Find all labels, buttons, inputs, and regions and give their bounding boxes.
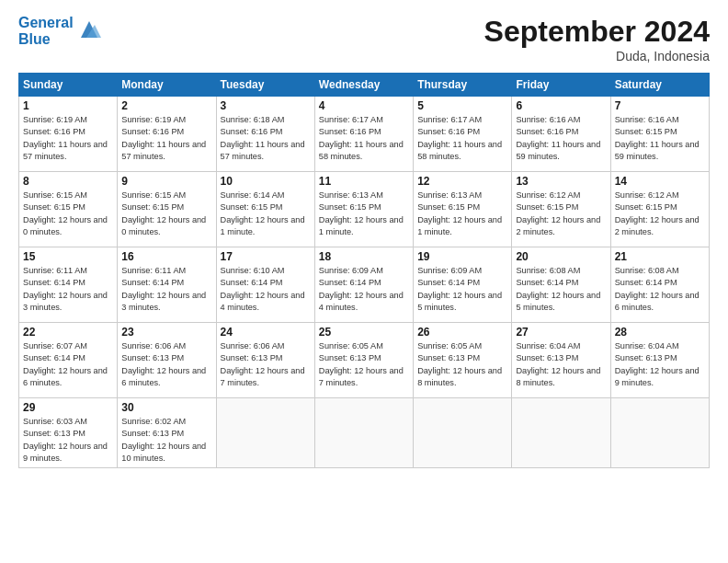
header-wednesday: Wednesday: [314, 74, 413, 97]
calendar-table: Sunday Monday Tuesday Wednesday Thursday…: [18, 73, 710, 468]
day-info: Sunrise: 6:17 AM Sunset: 6:16 PM Dayligh…: [319, 114, 409, 163]
day-info: Sunrise: 6:05 AM Sunset: 6:13 PM Dayligh…: [319, 340, 409, 389]
table-row: 13 Sunrise: 6:12 AM Sunset: 6:15 PM Dayl…: [512, 172, 610, 247]
day-info: Sunrise: 6:09 AM Sunset: 6:14 PM Dayligh…: [417, 265, 507, 314]
table-row: 29 Sunrise: 6:03 AM Sunset: 6:13 PM Dayl…: [19, 398, 118, 468]
day-info: Sunrise: 6:15 AM Sunset: 6:15 PM Dayligh…: [23, 190, 113, 238]
day-info: Sunrise: 6:13 AM Sunset: 6:15 PM Dayligh…: [417, 190, 507, 238]
day-number: 19: [417, 250, 507, 263]
day-number: 21: [615, 250, 705, 263]
table-row: 4 Sunrise: 6:17 AM Sunset: 6:16 PM Dayli…: [314, 97, 413, 172]
table-row: 19 Sunrise: 6:09 AM Sunset: 6:14 PM Dayl…: [414, 247, 512, 323]
day-info: Sunrise: 6:13 AM Sunset: 6:15 PM Dayligh…: [319, 190, 409, 238]
table-row: 11 Sunrise: 6:13 AM Sunset: 6:15 PM Dayl…: [314, 172, 413, 247]
logo-icon: [77, 17, 101, 41]
day-number: 30: [121, 401, 211, 414]
table-row: 22 Sunrise: 6:07 AM Sunset: 6:14 PM Dayl…: [19, 323, 118, 398]
header: General Blue September 2024 Duda, Indone…: [18, 15, 710, 63]
table-row: 16 Sunrise: 6:11 AM Sunset: 6:14 PM Dayl…: [118, 247, 216, 323]
table-row: 23 Sunrise: 6:06 AM Sunset: 6:13 PM Dayl…: [118, 323, 216, 398]
table-row: 10 Sunrise: 6:14 AM Sunset: 6:15 PM Dayl…: [216, 172, 314, 247]
day-info: Sunrise: 6:04 AM Sunset: 6:13 PM Dayligh…: [516, 340, 606, 389]
day-number: 23: [121, 326, 211, 339]
day-info: Sunrise: 6:15 AM Sunset: 6:15 PM Dayligh…: [121, 190, 211, 238]
day-info: Sunrise: 6:05 AM Sunset: 6:13 PM Dayligh…: [417, 340, 507, 389]
day-number: 7: [615, 99, 705, 112]
table-row: 18 Sunrise: 6:09 AM Sunset: 6:14 PM Dayl…: [314, 247, 413, 323]
header-thursday: Thursday: [414, 74, 512, 97]
table-row: [314, 398, 413, 468]
day-number: 9: [121, 175, 211, 188]
day-number: 17: [221, 250, 311, 263]
table-row: 6 Sunrise: 6:16 AM Sunset: 6:16 PM Dayli…: [512, 97, 610, 172]
day-number: 11: [319, 175, 409, 188]
day-info: Sunrise: 6:18 AM Sunset: 6:16 PM Dayligh…: [221, 114, 311, 163]
day-info: Sunrise: 6:04 AM Sunset: 6:13 PM Dayligh…: [615, 340, 705, 389]
location: Duda, Indonesia: [484, 49, 710, 63]
day-info: Sunrise: 6:16 AM Sunset: 6:16 PM Dayligh…: [516, 114, 606, 163]
table-row: 21 Sunrise: 6:08 AM Sunset: 6:14 PM Dayl…: [610, 247, 709, 323]
header-sunday: Sunday: [19, 74, 118, 97]
table-row: 2 Sunrise: 6:19 AM Sunset: 6:16 PM Dayli…: [118, 97, 216, 172]
table-row: 28 Sunrise: 6:04 AM Sunset: 6:13 PM Dayl…: [610, 323, 709, 398]
logo-text2: Blue: [18, 31, 74, 48]
day-info: Sunrise: 6:12 AM Sunset: 6:15 PM Dayligh…: [615, 190, 705, 238]
title-block: September 2024 Duda, Indonesia: [484, 15, 710, 63]
table-row: 24 Sunrise: 6:06 AM Sunset: 6:13 PM Dayl…: [216, 323, 314, 398]
header-saturday: Saturday: [610, 74, 709, 97]
day-number: 5: [417, 99, 507, 112]
header-monday: Monday: [118, 74, 216, 97]
table-row: 12 Sunrise: 6:13 AM Sunset: 6:15 PM Dayl…: [414, 172, 512, 247]
month-title: September 2024: [484, 15, 710, 49]
table-row: 27 Sunrise: 6:04 AM Sunset: 6:13 PM Dayl…: [512, 323, 610, 398]
day-info: Sunrise: 6:02 AM Sunset: 6:13 PM Dayligh…: [121, 416, 211, 465]
day-info: Sunrise: 6:09 AM Sunset: 6:14 PM Dayligh…: [319, 265, 409, 314]
day-number: 6: [516, 99, 606, 112]
table-row: [512, 398, 610, 468]
table-row: 1 Sunrise: 6:19 AM Sunset: 6:16 PM Dayli…: [19, 97, 118, 172]
day-number: 15: [23, 250, 113, 263]
day-info: Sunrise: 6:06 AM Sunset: 6:13 PM Dayligh…: [221, 340, 311, 389]
table-row: 26 Sunrise: 6:05 AM Sunset: 6:13 PM Dayl…: [414, 323, 512, 398]
table-row: 15 Sunrise: 6:11 AM Sunset: 6:14 PM Dayl…: [19, 247, 118, 323]
table-row: 25 Sunrise: 6:05 AM Sunset: 6:13 PM Dayl…: [314, 323, 413, 398]
page: General Blue September 2024 Duda, Indone…: [0, 0, 728, 563]
logo-text: General: [18, 15, 74, 31]
table-row: 30 Sunrise: 6:02 AM Sunset: 6:13 PM Dayl…: [118, 398, 216, 468]
header-friday: Friday: [512, 74, 610, 97]
table-row: 7 Sunrise: 6:16 AM Sunset: 6:15 PM Dayli…: [610, 97, 709, 172]
day-number: 12: [417, 175, 507, 188]
day-info: Sunrise: 6:12 AM Sunset: 6:15 PM Dayligh…: [516, 190, 606, 238]
calendar-week-row: 22 Sunrise: 6:07 AM Sunset: 6:14 PM Dayl…: [19, 323, 710, 398]
calendar-week-row: 15 Sunrise: 6:11 AM Sunset: 6:14 PM Dayl…: [19, 247, 710, 323]
table-row: [414, 398, 512, 468]
day-info: Sunrise: 6:08 AM Sunset: 6:14 PM Dayligh…: [516, 265, 606, 314]
day-number: 3: [221, 99, 311, 112]
table-row: 17 Sunrise: 6:10 AM Sunset: 6:14 PM Dayl…: [216, 247, 314, 323]
day-number: 29: [23, 401, 113, 414]
calendar-week-row: 8 Sunrise: 6:15 AM Sunset: 6:15 PM Dayli…: [19, 172, 710, 247]
table-row: 5 Sunrise: 6:17 AM Sunset: 6:16 PM Dayli…: [414, 97, 512, 172]
table-row: 20 Sunrise: 6:08 AM Sunset: 6:14 PM Dayl…: [512, 247, 610, 323]
day-number: 28: [615, 326, 705, 339]
table-row: 8 Sunrise: 6:15 AM Sunset: 6:15 PM Dayli…: [19, 172, 118, 247]
logo: General Blue: [18, 15, 101, 47]
day-number: 27: [516, 326, 606, 339]
day-info: Sunrise: 6:11 AM Sunset: 6:14 PM Dayligh…: [121, 265, 211, 314]
day-number: 1: [23, 99, 113, 112]
day-number: 26: [417, 326, 507, 339]
table-row: 3 Sunrise: 6:18 AM Sunset: 6:16 PM Dayli…: [216, 97, 314, 172]
day-info: Sunrise: 6:14 AM Sunset: 6:15 PM Dayligh…: [221, 190, 311, 238]
day-info: Sunrise: 6:10 AM Sunset: 6:14 PM Dayligh…: [221, 265, 311, 314]
day-number: 2: [121, 99, 211, 112]
weekday-header-row: Sunday Monday Tuesday Wednesday Thursday…: [19, 74, 710, 97]
calendar-week-row: 29 Sunrise: 6:03 AM Sunset: 6:13 PM Dayl…: [19, 398, 710, 468]
header-tuesday: Tuesday: [216, 74, 314, 97]
day-number: 24: [221, 326, 311, 339]
day-number: 4: [319, 99, 409, 112]
table-row: 14 Sunrise: 6:12 AM Sunset: 6:15 PM Dayl…: [610, 172, 709, 247]
table-row: 9 Sunrise: 6:15 AM Sunset: 6:15 PM Dayli…: [118, 172, 216, 247]
day-number: 13: [516, 175, 606, 188]
day-number: 14: [615, 175, 705, 188]
calendar-week-row: 1 Sunrise: 6:19 AM Sunset: 6:16 PM Dayli…: [19, 97, 710, 172]
